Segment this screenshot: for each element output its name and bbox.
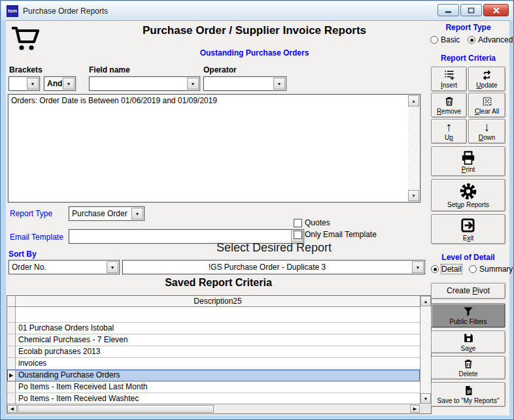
public-filters-label: Public Filters: [449, 318, 487, 325]
chevron-down-icon[interactable]: ▼: [107, 261, 118, 273]
save-button[interactable]: Save: [431, 331, 505, 353]
exit-button[interactable]: Exit: [431, 214, 505, 244]
table-row[interactable]: Po Items - Item Received Washtec: [7, 393, 420, 404]
row-marker-icon: ▶: [7, 370, 16, 381]
trash-icon: [462, 358, 474, 370]
window-title: Purchase Order Reports: [23, 7, 108, 16]
up-button[interactable]: ↑ Up: [431, 119, 467, 144]
column-header[interactable]: Description25: [16, 296, 420, 306]
criteria-textarea[interactable]: Orders: Order Date is Between 01/06/2019…: [8, 94, 420, 202]
table-row[interactable]: 01 Purchase Orders Istobal: [7, 323, 420, 334]
dialog-body: Purchase Order / Supplier Invoice Report…: [6, 20, 509, 415]
chevron-down-icon[interactable]: ▼: [63, 78, 75, 89]
field-name-combobox[interactable]: ▼: [89, 76, 200, 91]
insert-button[interactable]: Insert: [431, 67, 467, 91]
table-header-row[interactable]: Description25: [7, 296, 420, 307]
minimize-icon: [445, 7, 453, 14]
app-window: tsm Purchase Order Reports Purchase Orde…: [0, 0, 514, 420]
down-button[interactable]: ↓ Down: [468, 119, 505, 144]
public-filters-button[interactable]: Public Filters: [431, 303, 505, 328]
minimize-button[interactable]: [437, 4, 459, 16]
clear-all-button[interactable]: Clear All: [468, 93, 505, 118]
chevron-down-icon[interactable]: ▼: [131, 208, 143, 219]
table-horizontal-scrollbar[interactable]: ◀ ▶: [7, 404, 420, 413]
table-row[interactable]: Ecolab purchases 2013: [7, 346, 420, 358]
remove-button[interactable]: Remove: [431, 93, 467, 118]
criteria-scrollbar[interactable]: ▲ ▼: [408, 95, 419, 201]
advanced-radio[interactable]: [468, 36, 475, 44]
saved-criteria-table: Description25 01 Purchase Orders Istobal…: [7, 295, 432, 414]
maximize-button[interactable]: [460, 4, 482, 16]
close-button[interactable]: [483, 4, 509, 16]
logic-combobox[interactable]: And ▼: [44, 76, 76, 91]
table-row[interactable]: Chemical Purchases - 7 Eleven: [7, 334, 420, 346]
row-selector-header: [7, 296, 16, 306]
delete-label: Delete: [459, 370, 478, 378]
detail-radio-row[interactable]: Detail: [431, 265, 462, 274]
chevron-down-icon[interactable]: ▼: [412, 261, 424, 273]
document-icon: [463, 385, 474, 396]
chevron-down-icon[interactable]: ▼: [273, 78, 285, 89]
criteria-text: Orders: Order Date is Between 01/06/2019…: [9, 95, 408, 202]
sort-by-combobox[interactable]: Order No. ▼: [9, 260, 120, 274]
desired-report-combobox[interactable]: !GS Purchase Order - Duplicate 3 ▼: [122, 260, 425, 274]
insert-list-icon: [443, 69, 456, 81]
quotes-checkbox-row[interactable]: Quotes: [294, 218, 330, 227]
report-type-row-label: Report Type: [10, 209, 52, 218]
scrollbar-thumb[interactable]: [18, 405, 214, 413]
report-type-value: Purchase Order: [69, 209, 131, 218]
operator-combobox[interactable]: ▼: [203, 76, 286, 91]
table-vertical-scrollbar[interactable]: ▲ ▼: [420, 296, 431, 404]
print-button[interactable]: Print: [431, 146, 505, 176]
sort-by-label: Sort By: [9, 250, 37, 259]
table-row[interactable]: invoices: [7, 358, 420, 370]
title-bar[interactable]: tsm Purchase Order Reports: [1, 1, 513, 20]
summary-radio-row[interactable]: Summary: [469, 265, 513, 274]
only-email-checkbox-row[interactable]: Only Email Template: [294, 230, 377, 239]
scroll-down-icon[interactable]: ▼: [408, 190, 419, 201]
quotes-checkbox[interactable]: [294, 219, 302, 227]
operator-label: Operator: [203, 65, 237, 74]
update-loop-icon: [481, 69, 493, 81]
brackets-label: Brackets: [9, 65, 43, 74]
gear-icon: [459, 182, 477, 201]
printer-icon: [460, 150, 477, 165]
page-subtitle: Oustanding Purchase Orders: [78, 48, 431, 57]
scroll-down-icon[interactable]: ▼: [420, 393, 431, 404]
funnel-icon: [462, 306, 475, 317]
report-type-group-label: Report Type: [430, 23, 507, 32]
close-icon: [492, 7, 500, 14]
basic-radio-row[interactable]: Basic: [430, 35, 460, 44]
table-row[interactable]: Po Items - Item Received Last Month: [7, 381, 420, 393]
clear-all-icon: [481, 95, 493, 107]
scroll-up-icon[interactable]: ▲: [420, 296, 431, 306]
setup-reports-button[interactable]: Setup Reports: [431, 179, 505, 212]
field-name-label: Field name: [89, 65, 130, 74]
exit-icon: [460, 217, 477, 234]
report-type-combobox[interactable]: Purchase Order ▼: [69, 206, 145, 221]
chevron-down-icon[interactable]: ▼: [27, 78, 39, 89]
scroll-up-icon[interactable]: ▲: [408, 95, 419, 106]
summary-radio[interactable]: [469, 265, 477, 273]
chevron-down-icon[interactable]: ▼: [187, 78, 199, 89]
save-to-my-reports-button[interactable]: Save to "My Reports": [431, 382, 505, 407]
trash-icon: [443, 95, 455, 107]
delete-button[interactable]: Delete: [431, 356, 505, 380]
create-pivot-button[interactable]: Create Pivot: [431, 283, 505, 299]
shopping-cart-icon: [10, 25, 40, 52]
save-to-my-reports-label: Save to "My Reports": [437, 397, 500, 404]
only-email-template-checkbox[interactable]: [294, 231, 302, 239]
detail-radio[interactable]: [431, 265, 439, 273]
sort-by-value: Order No.: [9, 263, 106, 272]
floppy-disk-icon: [462, 332, 475, 344]
basic-radio[interactable]: [430, 36, 438, 44]
update-button[interactable]: Update: [468, 67, 505, 91]
scroll-left-icon[interactable]: ◀: [7, 405, 17, 413]
table-row-selected[interactable]: ▶ Oustanding Purchase Orders: [7, 370, 420, 381]
advanced-radio-row[interactable]: Advanced: [468, 35, 513, 44]
email-template-label: Email Template: [10, 233, 63, 242]
arrow-down-icon: ↓: [484, 121, 490, 133]
scroll-right-icon[interactable]: ▶: [410, 405, 420, 413]
table-row[interactable]: [7, 307, 420, 323]
brackets-combobox[interactable]: ▼: [9, 76, 40, 91]
